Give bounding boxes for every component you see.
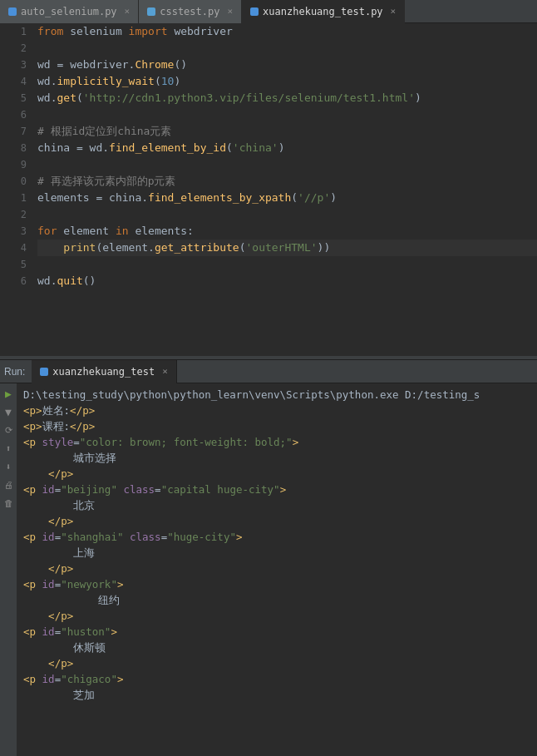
code-line-10: # 再选择该元素内部的p元素	[37, 173, 537, 190]
tab-xuanzhekuang[interactable]: xuanzhekuang_test.py ×	[242, 0, 405, 23]
line-num: 4	[0, 73, 27, 90]
output-cmd-line: D:\testing_study\python\python_learn\ven…	[23, 387, 530, 403]
line-num: 6	[0, 273, 27, 289]
output-line: <p id="beijing" class="capital huge-city…	[23, 482, 530, 497]
line-num: 5	[0, 90, 27, 106]
run-tab-py-icon	[40, 368, 48, 376]
output-line: </p>	[23, 513, 530, 529]
output-line: <p id="chigaco">	[23, 671, 530, 687]
code-editor: 1 2 3 4 5 6 7 8 9 0 1 2 3 4 5 6 from sel…	[0, 23, 537, 356]
output-line: </p>	[23, 655, 530, 671]
run-output: D:\testing_study\python\python_learn\ven…	[17, 383, 537, 756]
tab-close-icon[interactable]: ×	[227, 6, 233, 17]
code-line-2	[37, 40, 537, 57]
output-line: <p id="newyork">	[23, 576, 530, 592]
line-num: 3	[0, 223, 27, 240]
code-line-16: wd.quit()	[37, 273, 537, 289]
line-num: 2	[0, 206, 27, 223]
run-rerun-button[interactable]: ⟳	[2, 423, 15, 437]
run-print-button[interactable]: 🖨	[2, 478, 15, 492]
run-content: ▶ ▼ ⟳ ⬆ ⬇ 🖨 🗑 D:\testing_study\python\py…	[0, 383, 537, 756]
tab-csstest[interactable]: csstest.py ×	[139, 0, 242, 23]
output-line: 纽约	[23, 592, 530, 608]
output-line: 北京	[23, 497, 530, 513]
output-line: <p id="shanghai" class="huge-city">	[23, 529, 530, 545]
code-content[interactable]: from selenium import webdriver wd = webd…	[33, 23, 537, 356]
tab-label: csstest.py	[160, 6, 219, 17]
code-line-14: print(element.get_attribute('outerHTML')…	[37, 240, 537, 256]
code-line-7: # 根据id定位到china元素	[37, 123, 537, 140]
line-num: 6	[0, 106, 27, 123]
line-num: 1	[0, 190, 27, 206]
run-panel: Run: xuanzhekuang_test × ▶ ▼ ⟳ ⬆ ⬇ 🖨 🗑 D…	[0, 359, 537, 756]
tab-bar: auto_selenium.py × csstest.py × xuanzhek…	[0, 0, 537, 23]
line-num: 5	[0, 256, 27, 273]
run-sidebar: ▶ ▼ ⟳ ⬆ ⬇ 🖨 🗑	[0, 383, 17, 756]
py-icon	[147, 7, 155, 16]
code-line-6	[37, 106, 537, 123]
code-line-1: from selenium import webdriver	[37, 23, 537, 40]
py-icon	[8, 7, 17, 16]
run-tab-bar: Run: xuanzhekuang_test ×	[0, 360, 537, 383]
run-play-button[interactable]: ▶	[2, 387, 15, 400]
tab-close-icon[interactable]: ×	[391, 6, 397, 17]
code-line-8: china = wd.find_element_by_id('china')	[37, 140, 537, 156]
code-line-3: wd = webdriver.Chrome()	[37, 57, 537, 73]
line-num: 8	[0, 140, 27, 156]
line-numbers: 1 2 3 4 5 6 7 8 9 0 1 2 3 4 5 6	[0, 23, 33, 356]
code-line-17	[37, 289, 537, 306]
output-line: <p id="huston">	[23, 624, 530, 640]
run-stop-button[interactable]: ▼	[2, 405, 15, 418]
run-scroll-up-button[interactable]: ⬆	[2, 442, 15, 455]
output-line: <p style="color: brown; font-weight: bol…	[23, 434, 530, 450]
output-line: <p>课程:</p>	[23, 418, 530, 434]
run-tab-xuanzhekuang[interactable]: xuanzhekuang_test ×	[32, 360, 176, 383]
line-num: 9	[0, 156, 27, 173]
code-line-11: elements = china.find_elements_by_xpath(…	[37, 190, 537, 206]
line-num: 2	[0, 40, 27, 57]
code-line-13: for element in elements:	[37, 223, 537, 240]
run-scroll-down-button[interactable]: ⬇	[2, 460, 15, 473]
line-num: 4	[0, 240, 27, 256]
code-line-5: wd.get('http://cdn1.python3.vip/files/se…	[37, 90, 537, 106]
tab-auto-selenium[interactable]: auto_selenium.py ×	[0, 0, 139, 23]
line-num: 1	[0, 23, 27, 40]
code-line-4: wd.implicitly_wait(10)	[37, 73, 537, 90]
run-label: Run:	[4, 366, 25, 378]
code-line-15	[37, 256, 537, 273]
output-line: 芝加	[23, 687, 530, 703]
tab-label: xuanzhekuang_test.py	[263, 6, 383, 17]
output-line: 城市选择	[23, 450, 530, 466]
output-line: </p>	[23, 466, 530, 482]
tab-close-icon[interactable]: ×	[125, 6, 131, 17]
line-num	[0, 289, 27, 306]
output-line: <p>姓名:</p>	[23, 403, 530, 418]
code-line-9	[37, 156, 537, 173]
code-line-12	[37, 206, 537, 223]
line-num: 7	[0, 123, 27, 140]
output-line: </p>	[23, 608, 530, 624]
output-line: 休斯顿	[23, 640, 530, 655]
output-line: </p>	[23, 561, 530, 576]
line-num: 0	[0, 173, 27, 190]
run-tab-close-icon[interactable]: ×	[162, 366, 168, 377]
tab-label: auto_selenium.py	[21, 6, 117, 17]
line-num: 3	[0, 57, 27, 73]
run-trash-button[interactable]: 🗑	[2, 497, 15, 510]
run-tab-label: xuanzhekuang_test	[52, 366, 155, 378]
output-line: 上海	[23, 545, 530, 561]
py-icon	[250, 7, 259, 16]
